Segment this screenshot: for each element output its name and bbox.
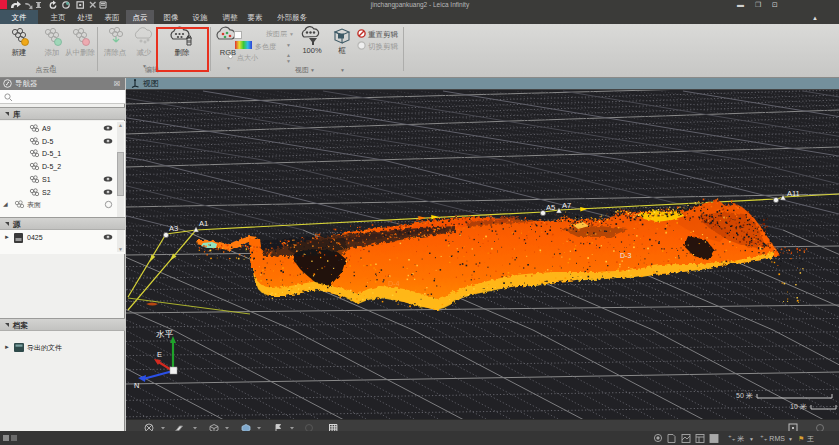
svg-text:A7: A7 xyxy=(562,201,571,210)
svg-text:E: E xyxy=(157,350,162,359)
svg-text:⚑: ⚑ xyxy=(798,435,804,442)
svg-text:⁺₊ RMS: ⁺₊ RMS xyxy=(760,435,785,442)
svg-text:N: N xyxy=(134,381,139,390)
svg-text:D-4: D-4 xyxy=(388,280,399,287)
svg-text:D-3: D-3 xyxy=(620,252,631,259)
svg-text:⁺₊ 米: ⁺₊ 米 xyxy=(728,435,744,442)
svg-text:10 米: 10 米 xyxy=(790,403,807,410)
svg-text:王: 王 xyxy=(807,435,814,442)
svg-text:A5: A5 xyxy=(546,203,555,212)
svg-text:▼: ▼ xyxy=(788,436,793,442)
svg-text:水平: 水平 xyxy=(156,329,174,339)
svg-text:A3: A3 xyxy=(169,224,178,233)
svg-text:A1: A1 xyxy=(199,219,208,228)
svg-text:50 米: 50 米 xyxy=(736,392,753,399)
svg-text:A11: A11 xyxy=(787,189,800,198)
svg-text:▼: ▼ xyxy=(749,436,754,442)
